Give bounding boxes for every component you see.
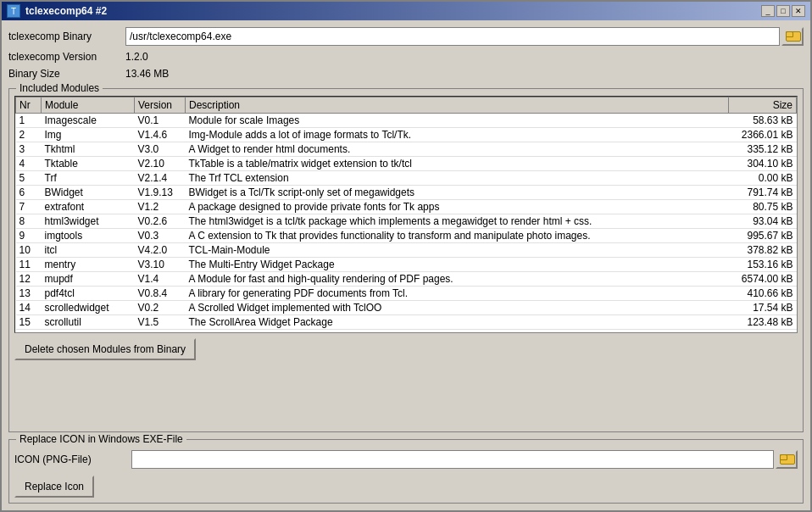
cell-nr: 10	[16, 243, 42, 258]
icon-browse-button[interactable]	[776, 450, 798, 469]
minimize-button[interactable]: _	[761, 5, 775, 17]
cell-description: The Trf TCL extension	[186, 171, 729, 186]
cell-version: V1.5	[135, 315, 186, 330]
maximize-button[interactable]: □	[776, 5, 790, 17]
cell-module: mupdf	[42, 272, 135, 287]
main-window: T tclexecomp64 #2 _ □ ✕ tclexecomp Binar…	[0, 0, 812, 512]
cell-size: 123.48 kB	[729, 315, 797, 330]
modules-tbody: 1 Imagescale V0.1 Module for scale Image…	[16, 114, 797, 330]
cell-description: A C extension to Tk that provides functi…	[186, 229, 729, 243]
cell-version: V2.10	[135, 157, 186, 171]
binary-input[interactable]	[125, 27, 780, 46]
cell-nr: 12	[16, 272, 42, 287]
delete-modules-button[interactable]: Delete chosen Modules from Binary	[14, 338, 196, 360]
cell-module: Trf	[42, 171, 135, 186]
icon-input-row	[131, 450, 798, 469]
icon-input[interactable]	[131, 450, 774, 469]
cell-nr: 8	[16, 214, 42, 229]
cell-module: Tkhtml	[42, 142, 135, 157]
cell-module: imgtools	[42, 229, 135, 243]
icon-row: ICON (PNG-File)	[14, 450, 798, 469]
version-row: tclexecomp Version 1.2.0	[8, 51, 804, 63]
binary-label: tclexecomp Binary	[8, 31, 119, 42]
cell-description: Module for scale Images	[186, 114, 729, 128]
cell-description: A Scrolled Widget implemented with TclOO	[186, 301, 729, 315]
cell-nr: 7	[16, 200, 42, 214]
cell-module: Imagescale	[42, 114, 135, 128]
cell-description: The Multi-Entry Widget Package	[186, 258, 729, 272]
close-button[interactable]: ✕	[792, 5, 805, 17]
col-version: Version	[135, 97, 186, 114]
replace-icon-group: Replace ICON in Windows EXE-File ICON (P…	[8, 439, 804, 504]
cell-description: TkTable is a table/matrix widget extensi…	[186, 157, 729, 171]
table-row[interactable]: 1 Imagescale V0.1 Module for scale Image…	[16, 114, 797, 128]
included-modules-title: Included Modules	[16, 82, 103, 94]
table-row[interactable]: 6 BWidget V1.9.13 BWidget is a Tcl/Tk sc…	[16, 186, 797, 200]
table-row[interactable]: 13 pdf4tcl V0.8.4 A library for generati…	[16, 287, 797, 301]
size-value: 13.46 MB	[125, 68, 169, 80]
cell-version: V4.2.0	[135, 243, 186, 258]
modules-table: Nr Module Version Description Size 1 Ima…	[15, 97, 797, 330]
folder-icon-2	[780, 454, 793, 465]
cell-nr: 6	[16, 186, 42, 200]
table-row[interactable]: 5 Trf V2.1.4 The Trf TCL extension 0.00 …	[16, 171, 797, 186]
table-row[interactable]: 11 mentry V3.10 The Multi-Entry Widget P…	[16, 258, 797, 272]
delete-button-row: Delete chosen Modules from Binary	[14, 333, 798, 360]
replace-icon-button[interactable]: Replace Icon	[14, 476, 94, 498]
table-row[interactable]: 8 html3widget V0.2.6 The html3widget is …	[16, 214, 797, 229]
table-row[interactable]: 2 Img V1.4.6 Img-Module adds a lot of im…	[16, 128, 797, 142]
table-header-row: Nr Module Version Description Size	[16, 97, 797, 114]
cell-version: V0.2.6	[135, 214, 186, 229]
col-size: Size	[729, 97, 797, 114]
table-row[interactable]: 14 scrolledwidget V0.2 A Scrolled Widget…	[16, 301, 797, 315]
table-row[interactable]: 15 scrollutil V1.5 The ScrollArea Widget…	[16, 315, 797, 330]
cell-size: 335.12 kB	[729, 142, 797, 157]
cell-size: 2366.01 kB	[729, 128, 797, 142]
table-row[interactable]: 4 Tktable V2.10 TkTable is a table/matri…	[16, 157, 797, 171]
cell-size: 58.63 kB	[729, 114, 797, 128]
binary-browse-button[interactable]	[781, 27, 804, 46]
table-row[interactable]: 7 extrafont V1.2 A package designed to p…	[16, 200, 797, 214]
cell-version: V1.4	[135, 272, 186, 287]
titlebar-buttons: _ □ ✕	[761, 5, 805, 17]
cell-description: A library for generating PDF documents f…	[186, 287, 729, 301]
size-label: Binary Size	[8, 68, 119, 80]
cell-nr: 2	[16, 128, 42, 142]
cell-nr: 4	[16, 157, 42, 171]
cell-description: A Widget to render html documents.	[186, 142, 729, 157]
binary-input-row	[125, 27, 804, 46]
cell-description: TCL-Main-Module	[186, 243, 729, 258]
col-module: Module	[42, 97, 135, 114]
cell-version: V0.8.4	[135, 287, 186, 301]
content-area: tclexecomp Binary tclexecomp Version 1.2…	[2, 20, 810, 510]
cell-size: 153.16 kB	[729, 258, 797, 272]
cell-version: V3.10	[135, 258, 186, 272]
cell-size: 93.04 kB	[729, 214, 797, 229]
cell-version: V1.2	[135, 200, 186, 214]
col-nr: Nr	[16, 97, 42, 114]
cell-size: 791.74 kB	[729, 186, 797, 200]
app-icon: T	[7, 4, 20, 18]
titlebar-left: T tclexecomp64 #2	[7, 4, 107, 18]
table-row[interactable]: 10 itcl V4.2.0 TCL-Main-Module 378.82 kB	[16, 243, 797, 258]
size-row: Binary Size 13.46 MB	[8, 68, 804, 80]
cell-version: V2.1.4	[135, 171, 186, 186]
cell-size: 6574.00 kB	[729, 272, 797, 287]
window-title: tclexecomp64 #2	[25, 5, 107, 17]
table-row[interactable]: 3 Tkhtml V3.0 A Widget to render html do…	[16, 142, 797, 157]
cell-size: 17.54 kB	[729, 301, 797, 315]
cell-size: 995.67 kB	[729, 229, 797, 243]
cell-size: 410.66 kB	[729, 287, 797, 301]
cell-module: BWidget	[42, 186, 135, 200]
cell-size: 378.82 kB	[729, 243, 797, 258]
included-modules-group: Included Modules Nr Module Version Descr…	[8, 88, 804, 432]
cell-description: The ScrollArea Widget Package	[186, 315, 729, 330]
cell-description: A Module for fast and high-quality rende…	[186, 272, 729, 287]
cell-description: BWidget is a Tcl/Tk script-only set of m…	[186, 186, 729, 200]
cell-module: html3widget	[42, 214, 135, 229]
table-row[interactable]: 12 mupdf V1.4 A Module for fast and high…	[16, 272, 797, 287]
cell-nr: 5	[16, 171, 42, 186]
modules-table-container[interactable]: Nr Module Version Description Size 1 Ima…	[14, 96, 798, 333]
folder-icon	[786, 31, 799, 42]
table-row[interactable]: 9 imgtools V0.3 A C extension to Tk that…	[16, 229, 797, 243]
